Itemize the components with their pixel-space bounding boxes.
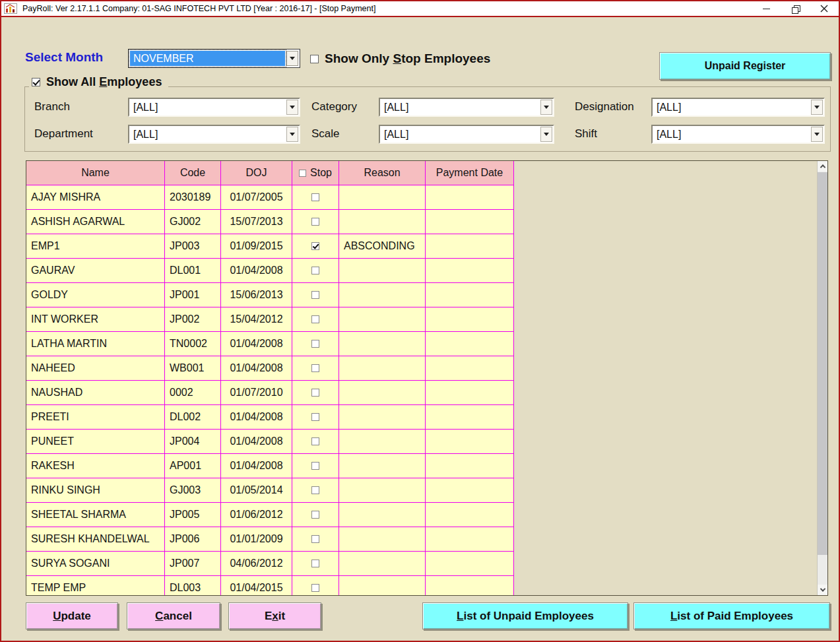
stop-checkbox[interactable] — [311, 242, 319, 250]
stop-checkbox[interactable] — [311, 267, 319, 274]
cell-code: GJ002 — [165, 210, 221, 234]
cell-stop — [292, 527, 339, 552]
cell-payment-date — [426, 381, 514, 405]
cell-name: SURESH KHANDELWAL — [26, 527, 165, 552]
stop-checkbox[interactable] — [311, 340, 319, 348]
header-reason: Reason — [339, 161, 426, 185]
stop-checkbox[interactable] — [311, 193, 319, 201]
shift-label: Shift — [575, 127, 597, 141]
cell-doj: 01/04/2008 — [221, 259, 292, 283]
cell-stop — [292, 552, 339, 576]
cell-code: JP001 — [165, 283, 221, 307]
cell-payment-date — [426, 356, 514, 381]
table-header-row: Name Code DOJ Stop Reason Payment Date — [26, 161, 514, 185]
cell-name: LATHA MARTIN — [26, 332, 165, 356]
update-button[interactable]: Update — [26, 602, 118, 629]
stop-checkbox[interactable] — [311, 218, 319, 226]
cell-doj: 01/06/2012 — [221, 503, 292, 527]
branch-dropdown-arrow-button[interactable] — [286, 100, 298, 115]
cell-stop — [292, 259, 339, 283]
stop-checkbox[interactable] — [311, 291, 319, 299]
branch-label: Branch — [34, 100, 70, 113]
cell-reason — [339, 503, 426, 527]
table-row: SURYA SOGANIJP00704/06/2012 — [26, 552, 514, 576]
show-all-employees-label: Show All Employees — [46, 75, 162, 89]
scale-dropdown-arrow-button[interactable] — [540, 127, 552, 142]
cell-name: INT WORKER — [26, 307, 165, 332]
table-row: RINKU SINGHGJ00301/05/2014 — [26, 478, 514, 503]
chevron-up-icon — [820, 164, 825, 170]
minimize-icon — [763, 9, 770, 9]
scrollbar-down-button[interactable] — [818, 585, 827, 595]
cancel-button[interactable]: Cancel — [127, 602, 220, 629]
cell-doj: 01/04/2008 — [221, 405, 292, 430]
cell-reason — [339, 430, 426, 454]
cell-code: AP001 — [165, 454, 221, 478]
vertical-scrollbar[interactable] — [817, 161, 827, 595]
unpaid-register-button[interactable]: Unpaid Register — [659, 52, 831, 80]
chevron-down-icon — [814, 106, 820, 109]
stop-checkbox[interactable] — [311, 437, 319, 445]
table-row: AJAY MISHRA203018901/07/2005 — [26, 185, 514, 210]
cell-code: DL002 — [165, 405, 221, 430]
stop-checkbox[interactable] — [311, 413, 319, 421]
cell-stop — [292, 381, 339, 405]
cell-payment-date — [426, 503, 514, 527]
table-row: SURESH KHANDELWALJP00601/01/2009 — [26, 527, 514, 552]
cell-code: 0002 — [165, 381, 221, 405]
show-all-employees-checkbox[interactable] — [32, 78, 40, 86]
list-paid-employees-button[interactable]: List of Paid Employees — [633, 602, 830, 629]
cell-doj: 01/04/2008 — [221, 430, 292, 454]
stop-checkbox[interactable] — [311, 364, 319, 372]
cell-payment-date — [426, 210, 514, 234]
stop-checkbox[interactable] — [311, 389, 319, 397]
stop-checkbox[interactable] — [311, 560, 319, 567]
select-month-label: Select Month — [25, 50, 103, 65]
cell-stop — [292, 478, 339, 503]
branch-dropdown[interactable]: [ALL] — [128, 98, 300, 117]
cell-doj: 04/06/2012 — [221, 552, 292, 576]
designation-dropdown-arrow-button[interactable] — [811, 100, 823, 115]
restore-icon — [792, 5, 799, 13]
scrollbar-up-button[interactable] — [818, 161, 827, 172]
cell-payment-date — [426, 552, 514, 576]
stop-checkbox[interactable] — [311, 584, 319, 592]
header-code: Code — [165, 161, 221, 185]
category-dropdown-arrow-button[interactable] — [540, 100, 552, 115]
list-unpaid-employees-button[interactable]: List of Unpaid Employees — [422, 602, 628, 629]
cell-reason — [339, 381, 426, 405]
cell-code: JP002 — [165, 307, 221, 332]
window-title: PayRoll: Ver 2.17.1.1 Company: 01-SAG IN… — [22, 4, 375, 13]
cell-reason — [339, 356, 426, 381]
exit-button[interactable]: Exit — [228, 602, 321, 629]
stop-checkbox[interactable] — [311, 486, 319, 494]
shift-dropdown-arrow-button[interactable] — [811, 127, 823, 142]
stop-checkbox[interactable] — [311, 535, 319, 543]
category-dropdown[interactable]: [ALL] — [379, 98, 554, 117]
designation-dropdown[interactable]: [ALL] — [651, 98, 825, 117]
cell-doj: 01/04/2008 — [221, 454, 292, 478]
category-label: Category — [311, 100, 357, 113]
scale-dropdown[interactable]: [ALL] — [379, 125, 554, 144]
close-button[interactable] — [810, 1, 839, 16]
minimize-button[interactable] — [752, 1, 781, 16]
stop-checkbox[interactable] — [311, 511, 319, 519]
close-icon — [820, 5, 828, 13]
month-dropdown[interactable]: NOVEMBER — [128, 49, 300, 68]
restore-button[interactable] — [781, 1, 810, 16]
stop-checkbox[interactable] — [311, 462, 319, 470]
cell-reason — [339, 576, 426, 596]
table-row: PREETIDL00201/04/2008 — [26, 405, 514, 430]
table-row: TEMP EMPDL00301/04/2015 — [26, 576, 514, 596]
department-dropdown-arrow-button[interactable] — [286, 127, 298, 142]
header-stop-checkbox[interactable] — [299, 170, 306, 177]
cell-payment-date — [426, 527, 514, 552]
show-only-stop-checkbox[interactable] — [310, 55, 319, 63]
table-row: PUNEETJP00401/04/2008 — [26, 430, 514, 454]
shift-dropdown[interactable]: [ALL] — [651, 125, 825, 144]
month-dropdown-arrow-button[interactable] — [286, 51, 298, 66]
cell-doj: 15/04/2012 — [221, 307, 292, 332]
stop-checkbox[interactable] — [311, 315, 319, 323]
department-dropdown[interactable]: [ALL] — [128, 125, 300, 144]
scrollbar-thumb[interactable] — [818, 172, 827, 555]
